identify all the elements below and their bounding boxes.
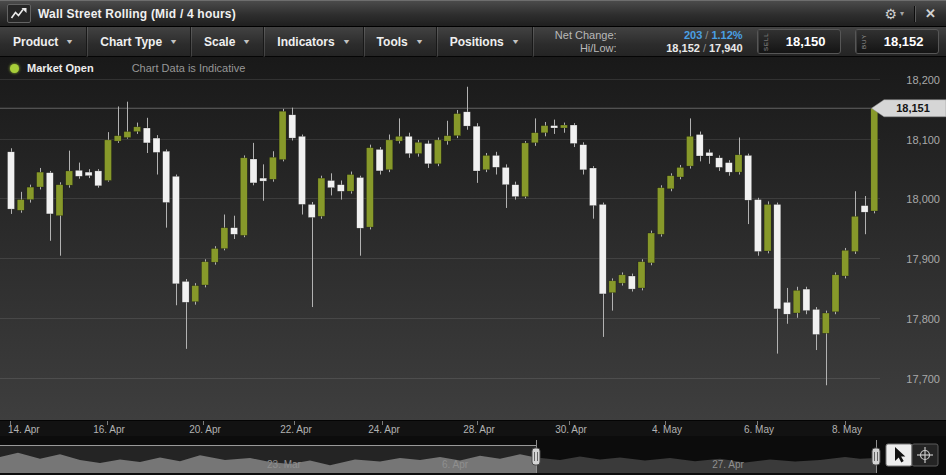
nav-date-label: 6. Apr xyxy=(442,459,469,470)
x-axis-label: 22. Apr xyxy=(274,424,318,435)
menu-divider xyxy=(532,27,533,57)
x-axis-label: 30. Apr xyxy=(549,424,593,435)
candle xyxy=(764,204,771,251)
sell-button-side-label: SELL xyxy=(758,30,772,53)
candle xyxy=(202,262,209,285)
status-row: Market Open Chart Data is Indicative xyxy=(10,62,245,74)
x-axis-label: 14. Apr xyxy=(8,424,52,435)
candle xyxy=(337,185,344,192)
market-status: Market Open xyxy=(27,62,94,74)
candle xyxy=(17,200,24,211)
x-axis-label: 20. Apr xyxy=(183,424,227,435)
candle xyxy=(687,136,694,166)
x-axis-label: 8. May xyxy=(825,424,869,435)
nav-date-label: 23. Mar xyxy=(267,459,302,470)
candle xyxy=(85,172,92,176)
chevron-down-icon: ▾ xyxy=(900,9,904,18)
candle xyxy=(366,148,373,227)
net-change-value: 203/1.12% xyxy=(617,29,743,42)
candle xyxy=(105,140,112,181)
trading-chart-window: Wall Street Rolling (Mid / 4 hours) ⚙ ▾ … xyxy=(0,0,946,475)
candle xyxy=(308,204,315,217)
candle xyxy=(153,138,160,152)
candle xyxy=(211,249,218,263)
sell-button[interactable]: SELL 18,150 xyxy=(757,29,841,54)
candle xyxy=(725,163,732,173)
candle xyxy=(192,286,199,302)
settings-button[interactable]: ⚙ ▾ xyxy=(885,7,905,21)
candle xyxy=(590,168,597,206)
chart-navigator[interactable]: 23. Mar6. Apr27. Apr xyxy=(0,436,946,475)
candle xyxy=(774,204,781,309)
sell-price: 18,150 xyxy=(772,30,840,53)
candle xyxy=(46,173,53,214)
menu-item-positions[interactable]: Positions▼ xyxy=(437,27,532,57)
indicative-note: Chart Data is Indicative xyxy=(132,62,246,74)
buy-button-side-label: BUY xyxy=(856,30,870,53)
last-price-tag: 18,151 xyxy=(872,100,946,117)
candle xyxy=(376,149,383,171)
candle xyxy=(124,132,131,138)
chevron-down-icon: ▼ xyxy=(242,38,251,45)
candle xyxy=(347,175,354,192)
buy-button[interactable]: BUY 18,152 xyxy=(855,29,939,54)
y-axis-label: 17,800 xyxy=(906,313,940,325)
menu-item-tools[interactable]: Tools▼ xyxy=(364,27,436,57)
nav-handle-left[interactable] xyxy=(532,448,540,465)
candle xyxy=(279,111,286,159)
candle xyxy=(425,144,432,164)
page-title: Wall Street Rolling (Mid / 4 hours) xyxy=(38,7,236,21)
candle xyxy=(735,155,742,172)
close-button[interactable]: ✕ xyxy=(925,6,936,21)
x-axis-label: 24. Apr xyxy=(362,424,406,435)
net-change-label: Net Change: xyxy=(547,29,617,42)
candle xyxy=(754,200,761,252)
candle xyxy=(531,133,538,143)
candle xyxy=(299,136,306,204)
candle xyxy=(328,181,335,188)
candle xyxy=(599,204,606,294)
candle xyxy=(638,262,645,288)
candle xyxy=(221,228,228,249)
candle xyxy=(570,125,577,144)
candle xyxy=(619,275,626,283)
y-axis-label: 18,100 xyxy=(906,134,940,146)
candle xyxy=(357,178,364,229)
candlestick-chart[interactable]: 18,20018,10018,00017,90017,80017,70018,1… xyxy=(0,57,946,420)
menu-item-chart-type[interactable]: Chart Type▼ xyxy=(87,27,190,57)
candle xyxy=(463,112,470,126)
nav-handle-right[interactable] xyxy=(872,448,880,465)
candle xyxy=(473,126,480,171)
candle xyxy=(522,143,529,197)
chevron-down-icon: ▼ xyxy=(511,38,520,45)
candle xyxy=(560,125,567,128)
hilow-value: 18,152/17,940 xyxy=(617,42,743,55)
x-axis-label: 16. Apr xyxy=(87,424,131,435)
candle xyxy=(27,187,34,200)
candle xyxy=(842,250,849,276)
candle xyxy=(172,176,179,283)
y-axis-label: 18,000 xyxy=(906,193,940,205)
buy-price: 18,152 xyxy=(870,30,938,53)
chevron-down-icon: ▼ xyxy=(169,38,178,45)
candle xyxy=(667,176,674,189)
menu-item-product[interactable]: Product▼ xyxy=(0,27,86,57)
y-axis-label: 18,200 xyxy=(906,74,940,86)
title-bar: Wall Street Rolling (Mid / 4 hours) ⚙ ▾ … xyxy=(0,0,946,27)
candle xyxy=(182,281,189,302)
candle xyxy=(454,114,461,136)
candle xyxy=(75,170,82,176)
candle xyxy=(260,178,267,181)
candle xyxy=(231,228,238,235)
menu-item-scale[interactable]: Scale▼ xyxy=(191,27,263,57)
menu-item-indicators[interactable]: Indicators▼ xyxy=(264,27,362,57)
titlebar-divider xyxy=(914,6,915,22)
candle xyxy=(415,142,422,153)
hilow-label: Hi/Low: xyxy=(547,42,617,55)
candle xyxy=(386,140,393,170)
candle xyxy=(832,275,839,312)
x-axis-label: 4. May xyxy=(645,424,689,435)
x-axis-label: 28. Apr xyxy=(457,424,501,435)
candle xyxy=(609,281,616,293)
candle xyxy=(318,178,325,216)
